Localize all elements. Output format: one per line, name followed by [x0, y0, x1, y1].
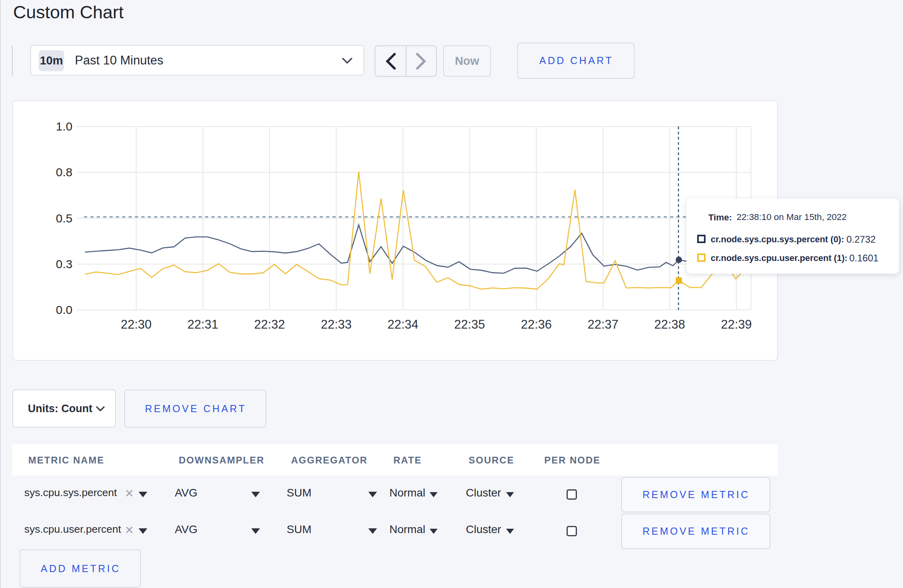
svg-text:22:32: 22:32 [254, 317, 285, 331]
svg-text:0.5: 0.5 [56, 212, 72, 225]
svg-text:22:38: 22:38 [654, 317, 685, 331]
svg-text:1.0: 1.0 [56, 120, 72, 133]
svg-text:22:31: 22:31 [188, 317, 219, 331]
svg-text:0.0: 0.0 [56, 303, 72, 316]
svg-text:22:37: 22:37 [588, 317, 619, 331]
svg-text:22:39: 22:39 [721, 317, 752, 331]
svg-text:0.3: 0.3 [56, 257, 72, 271]
svg-text:22:35: 22:35 [454, 317, 485, 331]
svg-text:22:36: 22:36 [521, 317, 552, 331]
svg-text:22:30: 22:30 [121, 317, 152, 331]
svg-text:22:33: 22:33 [321, 317, 352, 331]
svg-text:22:34: 22:34 [387, 317, 418, 331]
svg-text:0.8: 0.8 [56, 165, 72, 179]
